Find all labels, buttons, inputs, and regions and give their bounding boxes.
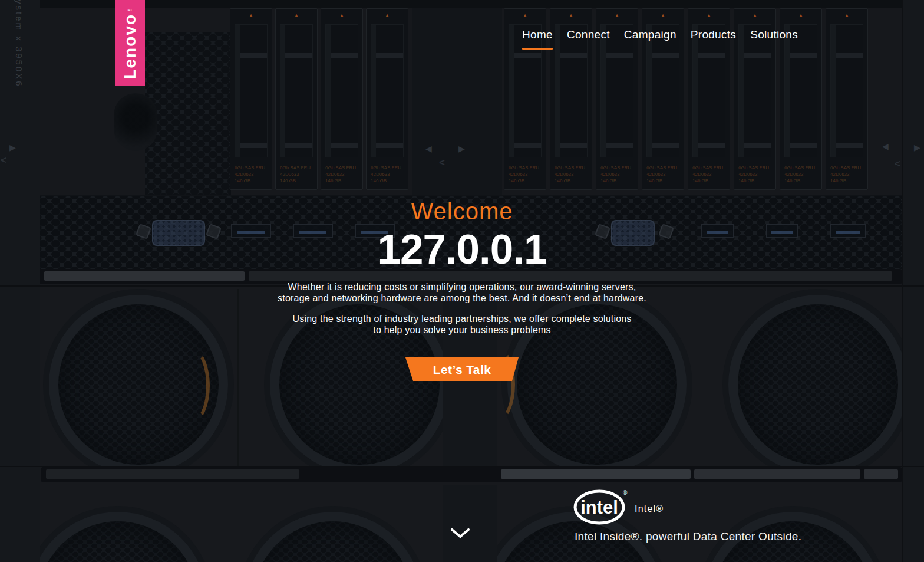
warning-triangle-icon: ▲ [780, 9, 821, 21]
lets-talk-button[interactable]: Let’s Talk [405, 357, 519, 381]
rack-rail [41, 467, 902, 482]
drive-bay-slot [371, 24, 404, 157]
scroll-down-button[interactable] [448, 525, 473, 543]
nav-item-home[interactable]: Home [522, 28, 553, 50]
carousel-chevron-icon: < [1, 155, 6, 166]
warning-triangle-icon: ▲ [550, 9, 592, 21]
model-label: System x 3950X6 [14, 0, 24, 88]
svg-text:intel: intel [580, 497, 618, 518]
carousel-chevron-icon: < [895, 158, 900, 170]
drive-bay-label: 6Gb SAS FRU42D0633146 GB [692, 165, 727, 184]
vent-grille [145, 32, 231, 195]
drive-bay-slot [325, 24, 358, 157]
drive-bay-slot [280, 24, 313, 157]
warning-triangle-icon: ▲ [276, 9, 317, 21]
intel-section: intel ® Intel® [573, 488, 628, 525]
warning-triangle-icon: ▲ [504, 9, 546, 21]
intel-logo-icon: intel ® [573, 488, 628, 525]
warning-triangle-icon: ▲ [367, 9, 408, 21]
hero-eyebrow: Welcome [0, 198, 924, 224]
drive-bay-label: 6Gb SAS FRU42D0633146 GB [509, 165, 543, 184]
hero-paragraph: Whether it is reducing costs or simplify… [0, 281, 924, 304]
drive-bay: ▲6Gb SAS FRU42D0633146 GB [321, 8, 363, 190]
drive-bay: ▲6Gb SAS FRU42D0633146 GB [366, 8, 408, 190]
carousel-arrow-left-icon: ◀ [882, 142, 889, 151]
hero-title: 127.0.0.1 [0, 230, 924, 269]
intel-label: Intel® [635, 504, 664, 514]
lenovo-logo[interactable]: Lenovo™ [116, 0, 145, 86]
intel-tagline: Intel Inside®. powerful Data Center Outs… [575, 530, 801, 543]
chevron-down-icon [450, 528, 471, 540]
nav-item-connect[interactable]: Connect [567, 28, 610, 50]
drive-bay-label: 6Gb SAS FRU42D0633146 GB [830, 165, 864, 184]
warning-triangle-icon: ▲ [642, 9, 684, 21]
drive-bay-label: 6Gb SAS FRU42D0633146 GB [784, 165, 819, 184]
drive-bay-slot [830, 24, 863, 157]
carousel-arrow-left-icon: ◀ [425, 144, 432, 153]
drive-bay-slot [235, 24, 268, 157]
nav-item-solutions[interactable]: Solutions [750, 28, 798, 50]
fan-grille [28, 512, 207, 562]
svg-text:®: ® [623, 489, 628, 496]
drive-bay: ▲6Gb SAS FRU42D0633146 GB [826, 8, 868, 190]
warning-triangle-icon: ▲ [230, 9, 272, 21]
drive-bay-label: 6Gb SAS FRU42D0633146 GB [646, 165, 681, 184]
warning-triangle-icon: ▲ [688, 9, 730, 21]
drive-bay-label: 6Gb SAS FRU42D0633146 GB [555, 165, 589, 184]
drive-bay-label: 6Gb SAS FRU42D0633146 GB [600, 165, 635, 184]
hero-section: Welcome 127.0.0.1 Whether it is reducing… [0, 198, 924, 381]
drive-bay-label: 6Gb SAS FRU42D0633146 GB [738, 165, 773, 184]
drive-bay-label: 6Gb SAS FRU42D0633146 GB [371, 165, 405, 184]
panel-divider [412, 8, 502, 195]
warning-triangle-icon: ▲ [826, 9, 867, 21]
panel-divider [443, 485, 497, 562]
drive-bay-label: 6Gb SAS FRU42D0633146 GB [325, 165, 359, 184]
active-underline [522, 48, 553, 50]
carousel-arrow-right-icon: ▶ [9, 143, 16, 152]
warning-triangle-icon: ▲ [596, 9, 638, 21]
panel-seam [0, 466, 924, 467]
carousel-chevron-icon: < [439, 157, 445, 169]
hero-paragraph: Using the strength of industry leading p… [0, 313, 924, 336]
lenovo-landing-page: ▲6Gb SAS FRU42D0633146 GB▲6Gb SAS FRU42D… [0, 0, 924, 562]
drive-bay: ▲6Gb SAS FRU42D0633146 GB [230, 8, 272, 190]
warning-triangle-icon: ▲ [734, 9, 776, 21]
drive-bay-label: 6Gb SAS FRU42D0633146 GB [280, 165, 314, 184]
drive-bay-label: 6Gb SAS FRU42D0633146 GB [235, 165, 269, 184]
warning-triangle-icon: ▲ [321, 9, 362, 21]
drive-bay: ▲6Gb SAS FRU42D0633146 GB [275, 8, 318, 190]
carousel-arrow-right-icon: ▶ [458, 144, 465, 153]
lenovo-logo-text: Lenovo™ [122, 6, 138, 80]
fan-grille [243, 512, 423, 562]
nav-item-campaign[interactable]: Campaign [624, 28, 676, 50]
carousel-arrow-right-icon: ▶ [914, 143, 920, 152]
server-knob [114, 93, 157, 151]
nav-item-products[interactable]: Products [691, 28, 736, 50]
main-nav: Home Connect Campaign Products Solutions [522, 28, 798, 50]
